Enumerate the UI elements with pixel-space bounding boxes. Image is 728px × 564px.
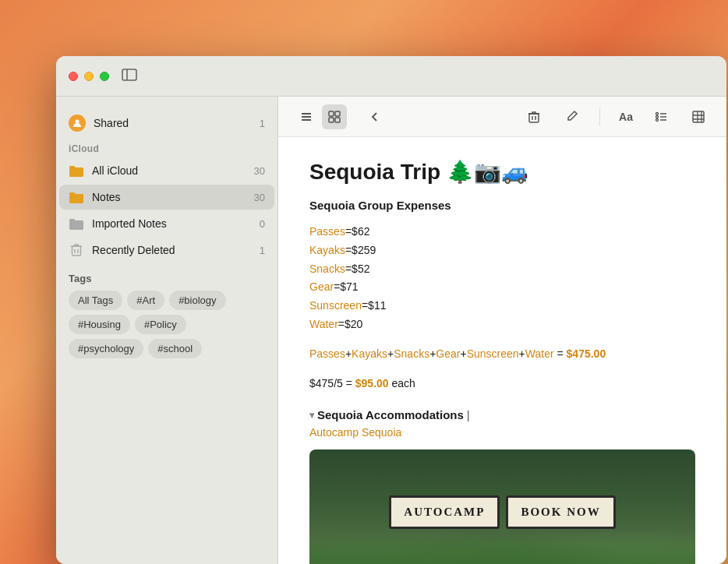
expense-snacks-label: Snacks [309,263,345,275]
imported-notes-count: 0 [260,218,265,230]
table-button[interactable] [686,104,711,129]
icloud-section-header: iCloud [56,137,277,157]
note-area: Aa [278,97,726,564]
tag-all-tags[interactable]: All Tags [69,291,122,310]
note-subtitle: Sequoia Group Expenses [309,199,695,212]
expense-gear-label: Gear [309,280,334,293]
list-view-button[interactable] [294,104,319,129]
expense-sunscreen: Sunscreen=$11 [309,297,695,315]
expense-passes-label: Passes [309,225,345,238]
tag-policy[interactable]: #Policy [135,315,186,334]
sidebar: Shared 1 iCloud All iCloud 30 [56,97,278,564]
svg-rect-11 [329,118,334,122]
expense-water: Water=$20 [309,315,695,334]
total-passes: Passes [309,347,345,360]
tag-art[interactable]: #Art [127,291,164,310]
compose-button[interactable] [559,104,584,129]
shared-icon [69,115,86,132]
grid-view-button[interactable] [322,104,347,129]
sidebar-item-shared[interactable]: Shared 1 [59,110,274,136]
svg-rect-0 [122,69,136,80]
expense-kayaks-label: Kayaks [309,244,345,256]
expense-list: Passes=$62 Kayaks=$259 Snacks=$52 Gear=$… [309,223,695,334]
book-now-sign: BOOK NOW [506,495,615,529]
tag-housing[interactable]: #Housing [69,315,130,334]
view-toggle-group [294,104,347,129]
expense-gear: Gear=$71 [309,278,695,297]
sidebar-item-recently-deleted[interactable]: Recently Deleted 1 [59,238,274,263]
svg-rect-13 [529,114,539,122]
svg-point-16 [656,112,659,115]
sidebar-item-notes[interactable]: Notes 30 [59,185,274,210]
total-formula-line: Passes+Kayaks+Snacks+Gear+Sunscreen+Wate… [309,345,695,364]
notes-label: Notes [92,191,254,203]
tags-section: Tags All Tags #Art #biology #Housing #Po… [56,263,277,365]
note-title: Sequoia Trip 🌲📷🚙 [309,159,695,185]
svg-rect-3 [72,246,81,256]
imported-notes-label: Imported Notes [92,217,260,230]
trash-icon [69,242,84,258]
tag-psychology[interactable]: #psychology [69,339,143,358]
all-icloud-label: All iCloud [92,164,254,177]
cursor-marker: | [467,408,470,421]
sidebar-item-all-icloud[interactable]: All iCloud 30 [59,158,274,183]
accommodations-toggle[interactable]: ▾ Sequoia Accommodations | [309,408,695,421]
per-person-formula: $475/5 = [309,377,355,390]
tag-biology[interactable]: #biology [169,291,225,310]
per-person-line: $475/5 = $95.00 each [309,375,695,393]
delete-button[interactable] [521,104,546,129]
tag-school[interactable]: #school [148,339,202,358]
svg-rect-10 [335,111,340,116]
svg-point-2 [76,120,80,124]
expense-sunscreen-value: =$11 [362,299,387,312]
tags-grid: All Tags #Art #biology #Housing #Policy … [65,291,268,358]
app-window: Shared 1 iCloud All iCloud 30 [56,56,726,564]
folder-icon [69,163,84,178]
toolbar-right: Aa [521,104,711,129]
svg-point-18 [656,115,659,118]
traffic-lights [69,72,109,81]
sidebar-toggle-button[interactable] [122,69,137,84]
shared-label: Shared [94,117,260,129]
minimize-button[interactable] [84,72,94,81]
autocamp-signs: AUTOCAMP BOOK NOW [389,495,615,529]
back-button[interactable] [362,104,387,129]
chevron-down-icon: ▾ [309,410,314,421]
per-person-amount: $95.00 [355,377,389,390]
expense-gear-value: =$71 [334,280,359,293]
svg-rect-9 [329,111,334,116]
expense-snacks: Snacks=$52 [309,260,695,279]
notes-count: 30 [254,192,265,203]
font-button[interactable]: Aa [616,104,636,129]
total-amount: $475.00 [567,347,606,360]
svg-point-20 [656,118,659,121]
close-button[interactable] [69,72,78,81]
sidebar-item-imported-notes[interactable]: Imported Notes 0 [59,211,274,236]
expense-passes-value: =$62 [345,225,370,238]
note-content[interactable]: Sequoia Trip 🌲📷🚙 Sequoia Group Expenses … [278,137,726,564]
svg-rect-22 [693,111,704,122]
expense-sunscreen-label: Sunscreen [309,299,362,312]
per-person-suffix: each [389,377,415,390]
expense-water-value: =$20 [338,318,363,330]
autocamp-sequoia-link[interactable]: Autocamp Sequoia [309,426,695,439]
expense-snacks-value: =$52 [345,263,370,275]
autocamp-image: AUTOCAMP BOOK NOW [309,449,695,564]
main-area: Shared 1 iCloud All iCloud 30 [56,97,726,564]
recently-deleted-label: Recently Deleted [92,244,260,256]
shared-count: 1 [260,118,265,129]
toolbar-divider [599,108,600,126]
autocamp-sign: AUTOCAMP [389,495,500,529]
expense-kayaks: Kayaks=$259 [309,241,695,260]
note-toolbar: Aa [278,97,726,137]
accommodations-section: ▾ Sequoia Accommodations | Autocamp Sequ… [309,408,695,439]
notes-folder-icon [69,189,84,205]
imported-notes-folder-icon [69,216,84,231]
maximize-button[interactable] [100,72,109,81]
svg-rect-12 [335,118,340,122]
checklist-button[interactable] [648,104,673,129]
title-bar [56,56,726,97]
recently-deleted-count: 1 [260,245,265,256]
tags-header: Tags [65,270,268,291]
expense-kayaks-value: =$259 [345,244,376,256]
